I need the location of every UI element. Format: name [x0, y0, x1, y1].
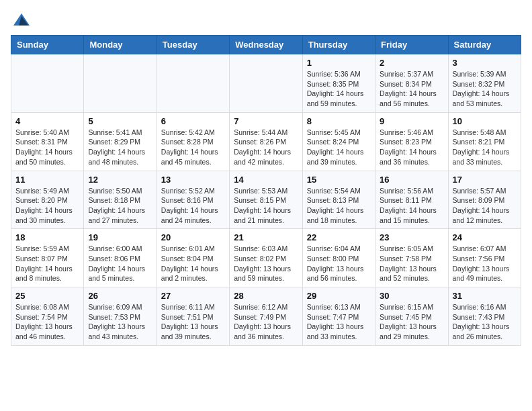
calendar-cell: 1Sunrise: 5:36 AM Sunset: 8:35 PM Daylig…: [302, 54, 375, 113]
calendar-cell: 26Sunrise: 6:09 AM Sunset: 7:53 PM Dayli…: [84, 287, 157, 346]
logo: [11, 11, 31, 27]
day-number: 23: [380, 232, 443, 242]
day-number: 4: [15, 116, 79, 126]
day-number: 5: [88, 116, 152, 126]
day-info: Sunrise: 5:54 AM Sunset: 8:13 PM Dayligh…: [307, 186, 371, 226]
calendar-cell: 9Sunrise: 5:46 AM Sunset: 8:23 PM Daylig…: [375, 112, 448, 171]
day-number: 3: [453, 58, 517, 68]
day-number: 12: [88, 175, 152, 185]
day-info: Sunrise: 5:41 AM Sunset: 8:29 PM Dayligh…: [88, 128, 152, 167]
day-info: Sunrise: 6:11 AM Sunset: 7:51 PM Dayligh…: [161, 302, 225, 342]
day-number: 11: [15, 175, 79, 185]
day-number: 7: [234, 116, 298, 126]
day-number: 22: [307, 232, 371, 242]
calendar-cell: 10Sunrise: 5:48 AM Sunset: 8:21 PM Dayli…: [448, 112, 521, 171]
calendar-cell: 15Sunrise: 5:54 AM Sunset: 8:13 PM Dayli…: [302, 171, 375, 229]
calendar-cell: 2Sunrise: 5:37 AM Sunset: 8:34 PM Daylig…: [375, 54, 448, 113]
day-info: Sunrise: 5:57 AM Sunset: 8:09 PM Dayligh…: [453, 186, 517, 226]
logo-icon: [12, 11, 31, 30]
day-number: 13: [161, 175, 225, 185]
day-info: Sunrise: 5:46 AM Sunset: 8:23 PM Dayligh…: [380, 128, 443, 167]
day-info: Sunrise: 5:37 AM Sunset: 8:34 PM Dayligh…: [380, 69, 443, 109]
weekday-header-sunday: Sunday: [11, 36, 84, 54]
day-number: 25: [15, 291, 79, 301]
calendar-cell: 21Sunrise: 6:03 AM Sunset: 8:02 PM Dayli…: [230, 229, 302, 287]
calendar-cell: 5Sunrise: 5:41 AM Sunset: 8:29 PM Daylig…: [84, 112, 157, 171]
weekday-header-thursday: Thursday: [302, 36, 375, 54]
day-number: 10: [453, 116, 517, 126]
day-info: Sunrise: 6:04 AM Sunset: 8:00 PM Dayligh…: [307, 244, 371, 283]
day-info: Sunrise: 5:59 AM Sunset: 8:07 PM Dayligh…: [15, 244, 79, 283]
day-info: Sunrise: 6:01 AM Sunset: 8:04 PM Dayligh…: [161, 244, 225, 283]
calendar-cell: 19Sunrise: 6:00 AM Sunset: 8:06 PM Dayli…: [84, 229, 157, 287]
day-number: 27: [161, 291, 225, 301]
day-number: 29: [307, 291, 371, 301]
day-info: Sunrise: 6:15 AM Sunset: 7:45 PM Dayligh…: [380, 302, 443, 342]
day-info: Sunrise: 5:45 AM Sunset: 8:24 PM Dayligh…: [307, 128, 371, 167]
calendar-cell: 22Sunrise: 6:04 AM Sunset: 8:00 PM Dayli…: [302, 229, 375, 287]
day-info: Sunrise: 6:09 AM Sunset: 7:53 PM Dayligh…: [88, 302, 152, 342]
day-info: Sunrise: 6:03 AM Sunset: 8:02 PM Dayligh…: [234, 244, 298, 283]
day-info: Sunrise: 6:16 AM Sunset: 7:43 PM Dayligh…: [453, 302, 517, 342]
calendar-cell: 11Sunrise: 5:49 AM Sunset: 8:20 PM Dayli…: [11, 171, 84, 229]
day-info: Sunrise: 5:36 AM Sunset: 8:35 PM Dayligh…: [307, 69, 371, 109]
day-info: Sunrise: 5:50 AM Sunset: 8:18 PM Dayligh…: [88, 186, 152, 226]
calendar-week-2: 4Sunrise: 5:40 AM Sunset: 8:31 PM Daylig…: [11, 112, 521, 171]
day-number: 21: [234, 232, 298, 242]
day-info: Sunrise: 5:52 AM Sunset: 8:16 PM Dayligh…: [161, 186, 225, 226]
calendar-cell: 4Sunrise: 5:40 AM Sunset: 8:31 PM Daylig…: [11, 112, 84, 171]
day-number: 30: [380, 291, 443, 301]
day-info: Sunrise: 5:39 AM Sunset: 8:32 PM Dayligh…: [453, 69, 517, 109]
day-number: 26: [88, 291, 152, 301]
calendar-week-3: 11Sunrise: 5:49 AM Sunset: 8:20 PM Dayli…: [11, 171, 521, 229]
calendar-cell: 20Sunrise: 6:01 AM Sunset: 8:04 PM Dayli…: [157, 229, 229, 287]
calendar-cell: 17Sunrise: 5:57 AM Sunset: 8:09 PM Dayli…: [448, 171, 521, 229]
day-number: 2: [380, 58, 443, 68]
calendar-cell: 18Sunrise: 5:59 AM Sunset: 8:07 PM Dayli…: [11, 229, 84, 287]
calendar-cell: 13Sunrise: 5:52 AM Sunset: 8:16 PM Dayli…: [157, 171, 229, 229]
day-number: 18: [15, 232, 79, 242]
day-info: Sunrise: 6:13 AM Sunset: 7:47 PM Dayligh…: [307, 302, 371, 342]
day-number: 19: [88, 232, 152, 242]
calendar-header-row: SundayMondayTuesdayWednesdayThursdayFrid…: [11, 36, 521, 54]
calendar-cell: 31Sunrise: 6:16 AM Sunset: 7:43 PM Dayli…: [448, 287, 521, 346]
day-info: Sunrise: 5:48 AM Sunset: 8:21 PM Dayligh…: [453, 128, 517, 167]
day-info: Sunrise: 5:49 AM Sunset: 8:20 PM Dayligh…: [15, 186, 79, 226]
day-info: Sunrise: 5:40 AM Sunset: 8:31 PM Dayligh…: [15, 128, 79, 167]
calendar-cell: [84, 54, 157, 113]
calendar-cell: 8Sunrise: 5:45 AM Sunset: 8:24 PM Daylig…: [302, 112, 375, 171]
calendar-table: SundayMondayTuesdayWednesdayThursdayFrid…: [11, 35, 521, 346]
calendar-cell: 30Sunrise: 6:15 AM Sunset: 7:45 PM Dayli…: [375, 287, 448, 346]
day-number: 9: [380, 116, 443, 126]
day-number: 14: [234, 175, 298, 185]
day-number: 6: [161, 116, 225, 126]
day-number: 8: [307, 116, 371, 126]
day-info: Sunrise: 5:53 AM Sunset: 8:15 PM Dayligh…: [234, 186, 298, 226]
calendar-cell: [230, 54, 302, 113]
day-number: 24: [453, 232, 517, 242]
day-info: Sunrise: 5:44 AM Sunset: 8:26 PM Dayligh…: [234, 128, 298, 167]
day-number: 1: [307, 58, 371, 68]
day-number: 16: [380, 175, 443, 185]
day-info: Sunrise: 5:56 AM Sunset: 8:11 PM Dayligh…: [380, 186, 443, 226]
calendar-week-4: 18Sunrise: 5:59 AM Sunset: 8:07 PM Dayli…: [11, 229, 521, 287]
calendar-cell: 12Sunrise: 5:50 AM Sunset: 8:18 PM Dayli…: [84, 171, 157, 229]
calendar-cell: [157, 54, 229, 113]
calendar-cell: 7Sunrise: 5:44 AM Sunset: 8:26 PM Daylig…: [230, 112, 302, 171]
day-number: 31: [453, 291, 517, 301]
calendar-cell: 28Sunrise: 6:12 AM Sunset: 7:49 PM Dayli…: [230, 287, 302, 346]
calendar-cell: 23Sunrise: 6:05 AM Sunset: 7:58 PM Dayli…: [375, 229, 448, 287]
weekday-header-saturday: Saturday: [448, 36, 521, 54]
day-info: Sunrise: 6:12 AM Sunset: 7:49 PM Dayligh…: [234, 302, 298, 342]
day-info: Sunrise: 6:08 AM Sunset: 7:54 PM Dayligh…: [15, 302, 79, 342]
page-header: [11, 11, 521, 27]
day-info: Sunrise: 6:07 AM Sunset: 7:56 PM Dayligh…: [453, 244, 517, 283]
day-number: 20: [161, 232, 225, 242]
calendar-cell: 6Sunrise: 5:42 AM Sunset: 8:28 PM Daylig…: [157, 112, 229, 171]
day-number: 17: [453, 175, 517, 185]
day-number: 28: [234, 291, 298, 301]
calendar-cell: 14Sunrise: 5:53 AM Sunset: 8:15 PM Dayli…: [230, 171, 302, 229]
calendar-cell: 16Sunrise: 5:56 AM Sunset: 8:11 PM Dayli…: [375, 171, 448, 229]
weekday-header-friday: Friday: [375, 36, 448, 54]
day-info: Sunrise: 6:05 AM Sunset: 7:58 PM Dayligh…: [380, 244, 443, 283]
